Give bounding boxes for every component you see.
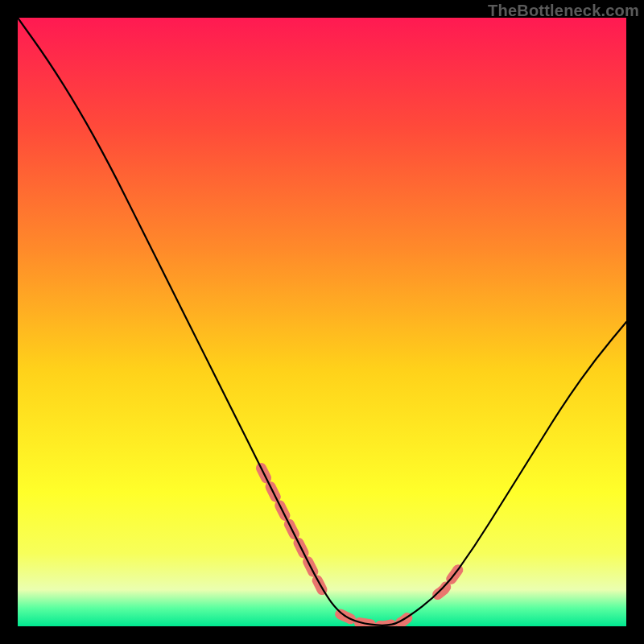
bottleneck-curve-path bbox=[18, 18, 626, 625]
chart-plot-area bbox=[18, 18, 626, 626]
chart-frame: TheBottleneck.com bbox=[0, 0, 644, 644]
watermark-text: TheBottleneck.com bbox=[488, 2, 639, 20]
chart-svg bbox=[18, 18, 626, 626]
highlight-group bbox=[261, 468, 462, 626]
